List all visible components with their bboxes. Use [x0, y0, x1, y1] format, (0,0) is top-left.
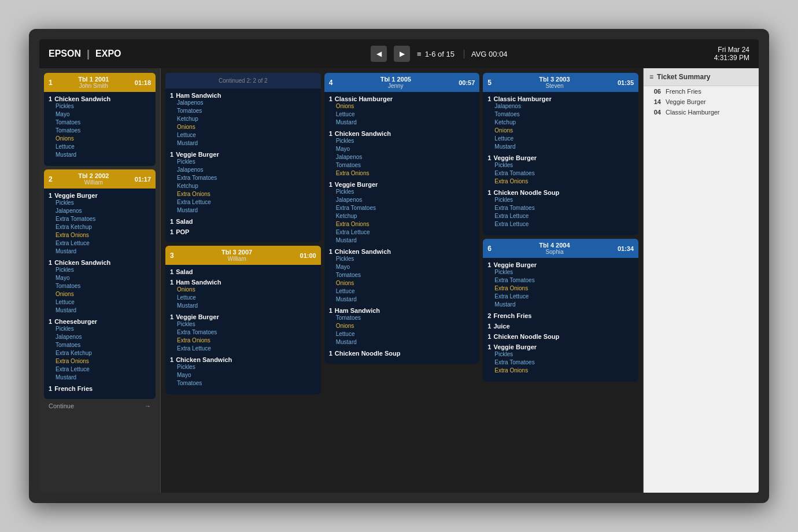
header-center: ◀ ▶ ≡ 1-6 of 15 AVG 00:04	[164, 46, 714, 62]
ticket-body-5: 1Classic Hamburger Jalapenos Tomatoes Ke…	[483, 92, 638, 235]
header-datetime: Fri Mar 24 4:31:39 PM	[714, 46, 749, 62]
summary-list: 06 French Fries 14 Veggie Burger 04 Clas…	[644, 86, 759, 117]
ticket-body-2: 1Veggie Burger Pickles Jalapenos Extra T…	[44, 189, 156, 399]
ticket-item: 1Classic Hamburger Jalapenos Tomatoes Ke…	[487, 95, 634, 151]
ticket-continued-body: 1Ham Sandwich Jalapenos Tomatoes Ketchup…	[165, 88, 321, 242]
ticket-tbl2-2002: 2 Tbl 2 2002 William 01:17 1Veggie Burge…	[44, 169, 156, 399]
ticket-col-4: 5 Tbl 3 2003 Steven 01:35 1Classic Hambu…	[483, 73, 638, 488]
ticket-item: 1Ham Sandwich Onions Lettuce Mustard	[170, 279, 316, 310]
ticket-body-1: 1 Chicken Sandwich Pickles Mayo Tomatoes…	[44, 92, 156, 166]
ticket-item: 1Ham Sandwich Tomatoes Onions Lettuce Mu…	[329, 307, 475, 346]
header: EPSON | EXPO ◀ ▶ ≡ 1-6 of 15 AVG 00:04 F…	[39, 39, 759, 68]
monitor: EPSON | EXPO ◀ ▶ ≡ 1-6 of 15 AVG 00:04 F…	[29, 29, 769, 503]
ticket-tbl3-2007: 3 Tbl 3 2007 William 01:00 1Salad 1Ham S…	[165, 246, 321, 394]
item-name: 1 Chicken Sandwich	[49, 95, 151, 102]
ticket-header-6: 6 Tbl 4 2004 Sophia 01:34	[483, 239, 638, 258]
page-count: 1-6 of 15	[425, 50, 455, 58]
ticket-item: 1Chicken Sandwich Pickles Mayo Jalapenos…	[329, 130, 475, 178]
continued-label: Continued 2: 2 of 2	[170, 75, 316, 86]
ticket-item: 1Chicken Noodle Soup Pickles Extra Tomat…	[487, 189, 634, 228]
ticket-item: 1Veggie Burger Pickles Extra Tomatoes Ex…	[487, 343, 634, 375]
ticket-table-1: Tbl 1 2001	[78, 76, 109, 83]
ticket-tbl1-2005: 4 Tbl 1 2005 Jenny 00:57 1Classic Hambur…	[324, 73, 480, 364]
ticket-header-5: 5 Tbl 3 2003 Steven 01:35	[483, 73, 638, 92]
ticket-item: 1Veggie Burger Pickles Extra Tomatoes Ex…	[170, 313, 316, 353]
ticket-tbl3-2003: 5 Tbl 3 2003 Steven 01:35 1Classic Hambu…	[483, 73, 638, 235]
summary-item: 14 Veggie Burger	[644, 97, 759, 107]
ticket-item: 1Veggie Burger Pickles Extra Tomatoes Ex…	[487, 261, 634, 309]
ticket-header-3: 3 Tbl 3 2007 William 01:00	[165, 246, 321, 265]
summary-header: ≡ Ticket Summary	[644, 68, 759, 86]
summary-icon: ≡	[649, 73, 653, 81]
ticket-item: 1POP	[170, 228, 316, 235]
ticket-item: 1Cheeseburger Pickles Jalapenos Tomatoes…	[49, 318, 151, 382]
next-button[interactable]: ▶	[394, 46, 410, 62]
tickets-area: Continued 2: 2 of 2 1Ham Sandwich Jalape…	[161, 68, 643, 493]
ticket-item: 1Veggie Burger Pickles Jalapenos Extra T…	[49, 192, 151, 256]
continue-label: Continue	[49, 402, 74, 409]
ticket-item: 1Ham Sandwich Jalapenos Tomatoes Ketchup…	[170, 92, 316, 147]
avg-info: AVG 00:04	[464, 50, 508, 58]
summary-item: 04 Classic Hamburger	[644, 107, 759, 117]
ticket-item: 1Veggie Burger Pickles Jalapenos Extra T…	[170, 151, 316, 215]
summary-item: 06 French Fries	[644, 86, 759, 97]
continue-arrow: →	[145, 402, 151, 409]
ticket-item: 1Salad	[170, 218, 316, 225]
epson-label: EPSON	[49, 49, 81, 59]
content: 1 Tbl 1 2001 John Smith 01:18 1 Chicken …	[39, 68, 759, 493]
ticket-body-6: 1Veggie Burger Pickles Extra Tomatoes Ex…	[483, 258, 638, 382]
ticket-tbl4-2004: 6 Tbl 4 2004 Sophia 01:34 1Veggie Burger…	[483, 239, 638, 382]
prev-button[interactable]: ◀	[371, 46, 387, 62]
ticket-body-4: 1Classic Hamburger Onions Lettuce Mustar…	[324, 92, 480, 364]
ticket-item: 1 Chicken Sandwich Pickles Mayo Tomatoes…	[49, 95, 151, 159]
ticket-timer-1: 01:18	[135, 79, 151, 86]
ticket-continued: Continued 2: 2 of 2 1Ham Sandwich Jalape…	[165, 73, 321, 242]
continue-row[interactable]: Continue →	[44, 399, 156, 413]
ticket-item: 2French Fries	[487, 312, 634, 319]
ticket-tbl1-2001: 1 Tbl 1 2001 John Smith 01:18 1 Chicken …	[44, 73, 156, 166]
brand: EPSON | EXPO	[49, 48, 164, 60]
ticket-header-1: 1 Tbl 1 2001 John Smith 01:18	[44, 73, 156, 92]
ticket-item: 1Veggie Burger Pickles Jalapenos Extra T…	[329, 181, 475, 245]
ticket-item: 1Chicken Noodle Soup	[329, 350, 475, 357]
page-icon: ≡	[417, 50, 422, 58]
right-panel: ≡ Ticket Summary 06 French Fries 14 Vegg…	[643, 68, 759, 493]
ticket-item: 1Chicken Sandwich Pickles Mayo Tomatoes	[170, 356, 316, 387]
ticket-item: 1Chicken Sandwich Pickles Mayo Tomatoes …	[49, 259, 151, 315]
ticket-item: 1Chicken Noodle Soup	[487, 333, 634, 340]
brand-divider: |	[87, 48, 90, 60]
header-date: Fri Mar 24	[714, 46, 749, 54]
ticket-header-2: 2 Tbl 2 2002 William 01:17	[44, 169, 156, 189]
ticket-item: 1Veggie Burger Pickles Extra Tomatoes Ex…	[487, 154, 634, 186]
ticket-server-1: John Smith	[79, 83, 108, 89]
ticket-col-2: Continued 2: 2 of 2 1Ham Sandwich Jalape…	[165, 73, 321, 488]
ticket-item: 1French Fries	[49, 385, 151, 392]
expo-label: EXPO	[95, 49, 121, 59]
ticket-item: 1Chicken Sandwich Pickles Mayo Tomatoes …	[329, 248, 475, 304]
page-info: ≡ 1-6 of 15	[417, 50, 455, 58]
ticket-num-1: 1	[49, 79, 53, 87]
left-panel: 1 Tbl 1 2001 John Smith 01:18 1 Chicken …	[39, 68, 161, 493]
ticket-col-3: 4 Tbl 1 2005 Jenny 00:57 1Classic Hambur…	[324, 73, 480, 488]
summary-title: Ticket Summary	[657, 73, 711, 81]
ticket-item: 1Juice	[487, 323, 634, 330]
ticket-body-3: 1Salad 1Ham Sandwich Onions Lettuce Must…	[165, 265, 321, 394]
ticket-item: 1Salad	[170, 268, 316, 275]
ticket-item: 1Classic Hamburger Onions Lettuce Mustar…	[329, 95, 475, 127]
ticket-header-4: 4 Tbl 1 2005 Jenny 00:57	[324, 73, 480, 92]
header-time: 4:31:39 PM	[714, 54, 749, 62]
